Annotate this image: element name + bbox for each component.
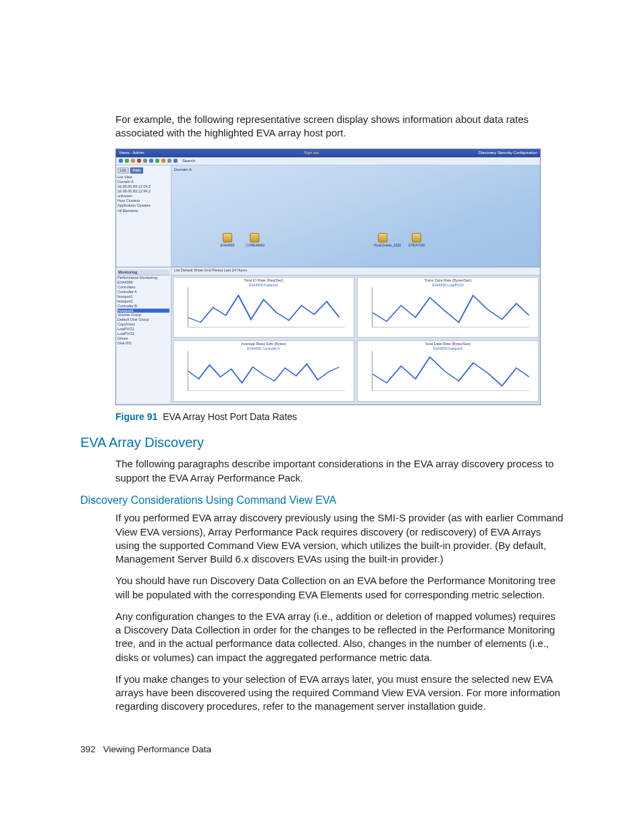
section2-para: You should have run Discovery Data Colle… bbox=[115, 574, 564, 602]
chart-toolbar: List Default Show Grid Period Last 24 Ho… bbox=[171, 267, 540, 276]
toolbar-icon[interactable] bbox=[131, 159, 135, 163]
titlebar-left: Views · Admin bbox=[119, 150, 144, 155]
mtree-item[interactable]: Disk 001 bbox=[117, 341, 169, 346]
section2-para: If you make changes to your selection of… bbox=[115, 673, 564, 714]
toolbar-icon[interactable] bbox=[161, 159, 165, 163]
mtree-item[interactable]: LowPVG1 bbox=[117, 327, 169, 332]
domain-label: Domain A bbox=[174, 167, 192, 172]
chart-line-icon bbox=[173, 278, 354, 338]
mtree-item[interactable]: Performance Monitoring bbox=[117, 276, 169, 280]
chart-panel-1: Total IO Rate (Req/Sec) EVA4000.hostport… bbox=[173, 277, 354, 338]
storage-icon bbox=[250, 233, 259, 242]
titlebar-right: Discovery Security Configuration bbox=[479, 150, 537, 155]
mtree-item[interactable]: Controller A bbox=[117, 290, 169, 294]
mtree-item[interactable]: Default Disk Group bbox=[117, 317, 169, 322]
toolbar-icon[interactable] bbox=[149, 159, 153, 163]
storage-icon bbox=[223, 233, 232, 242]
chart-toolbar-text: List Default Show Grid Period Last 24 Ho… bbox=[174, 268, 247, 273]
mtree-item[interactable]: LowPVG2 bbox=[117, 332, 169, 336]
toolbar-search-label: Search bbox=[182, 158, 195, 163]
chart-panel-2: Trans Data Rate (Bytes/Sec) EVA4000.Loop… bbox=[357, 277, 539, 338]
chart-line-icon bbox=[173, 341, 354, 401]
section1-para: The following paragraphs describe import… bbox=[115, 457, 564, 485]
chart-line-icon bbox=[358, 341, 538, 401]
tree-item[interactable]: All Elements bbox=[117, 209, 169, 213]
mtree-item[interactable]: Controllers bbox=[117, 285, 169, 290]
topology-node[interactable]: COREAMA2 bbox=[246, 233, 263, 248]
node-label: GTEA7100 bbox=[408, 243, 425, 248]
intro-paragraph: For example, the following representativ… bbox=[115, 113, 564, 140]
chart-line-icon bbox=[358, 278, 538, 338]
mtree-item[interactable]: Drives bbox=[117, 336, 169, 341]
chart-panel-3: Average Read Size (Bytes) EVA4000.Contro… bbox=[173, 340, 354, 402]
section-heading-eva-discovery: EVA Array Discovery bbox=[80, 434, 564, 452]
toolbar-icon[interactable] bbox=[125, 159, 129, 163]
figure-caption: Figure 91 EVA Array Host Port Data Rates bbox=[115, 411, 564, 423]
figure-caption-text: EVA Array Host Port Data Rates bbox=[163, 411, 297, 422]
node-label: HostCluster_1032 bbox=[374, 243, 392, 248]
tree-item[interactable]: Host Clusters bbox=[117, 199, 169, 203]
toolbar-icon[interactable] bbox=[173, 159, 178, 163]
figure-label: Figure 91 bbox=[115, 411, 157, 422]
mtree-item[interactable]: CopyVols1 bbox=[117, 322, 169, 327]
toolbar-icon[interactable] bbox=[167, 159, 171, 163]
mtree-item[interactable]: hostport2 bbox=[117, 299, 169, 304]
topology-node[interactable]: GTEA7100 bbox=[408, 233, 425, 248]
chart-panel-4: Total Data Rate (Bytes/Sec) EVA4000.host… bbox=[357, 340, 539, 402]
topology-canvas[interactable]: Domain A EVA4000 COREAMA2 HostCluster_10… bbox=[171, 165, 540, 267]
page-footer: 392 Viewing Performance Data bbox=[80, 744, 211, 756]
tree-tab-list[interactable]: List bbox=[117, 167, 129, 174]
mtree-item[interactable]: Volume Group bbox=[117, 313, 169, 317]
mtree-item[interactable]: hostport1 bbox=[117, 294, 169, 299]
figure-screenshot: Views · Admin Sign out Discovery Securit… bbox=[115, 149, 564, 405]
section2-para: Any configuration changes to the EVA arr… bbox=[115, 610, 564, 664]
tree-item[interactable]: Domain A bbox=[117, 180, 169, 184]
mtree-item[interactable]: Controller B bbox=[117, 304, 169, 309]
topology-node[interactable]: HostCluster_1032 bbox=[374, 233, 392, 248]
tree-item[interactable]: List View bbox=[117, 175, 169, 180]
signout-link[interactable]: Sign out bbox=[304, 150, 319, 155]
mtree-item[interactable]: EVA4000 bbox=[117, 280, 169, 285]
app-screenshot: Views · Admin Sign out Discovery Securit… bbox=[115, 149, 541, 405]
storage-icon bbox=[412, 233, 421, 242]
node-label: EVA4000 bbox=[219, 243, 236, 248]
tree-item[interactable]: Application Clusters bbox=[117, 203, 169, 208]
topology-node[interactable]: EVA4000 bbox=[219, 233, 236, 248]
toolbar-icon[interactable] bbox=[137, 159, 141, 163]
cluster-icon bbox=[378, 233, 387, 242]
footer-chapter-title: Viewing Performance Data bbox=[103, 744, 211, 754]
tree-item[interactable]: unknown bbox=[117, 194, 169, 199]
app-titlebar: Views · Admin Sign out Discovery Securit… bbox=[116, 149, 540, 157]
app-toolbar: Search bbox=[116, 157, 540, 165]
nav-tree[interactable]: List Path List View Domain A 16.00.00.83… bbox=[116, 165, 171, 267]
toolbar-icon[interactable] bbox=[119, 159, 123, 163]
monitoring-tree[interactable]: Monitoring Performance Monitoring EVA400… bbox=[116, 267, 171, 403]
section2-para: If you performed EVA array discovery pre… bbox=[115, 511, 564, 566]
monitoring-header: Monitoring bbox=[117, 269, 169, 276]
toolbar-icon[interactable] bbox=[155, 159, 159, 163]
node-label: COREAMA2 bbox=[246, 243, 263, 248]
tree-item[interactable]: 16.00.00.83.12.04.2 bbox=[117, 184, 169, 189]
page-number: 392 bbox=[80, 744, 96, 754]
toolbar-icon[interactable] bbox=[143, 159, 147, 163]
tree-tab-path[interactable]: Path bbox=[130, 167, 143, 174]
mtree-item-selected[interactable]: hostport1 bbox=[117, 309, 169, 313]
tree-item[interactable]: 16.00.00.83.12.94.2 bbox=[117, 189, 169, 194]
subsection-heading-discovery-considerations: Discovery Considerations Using Command V… bbox=[80, 493, 564, 508]
